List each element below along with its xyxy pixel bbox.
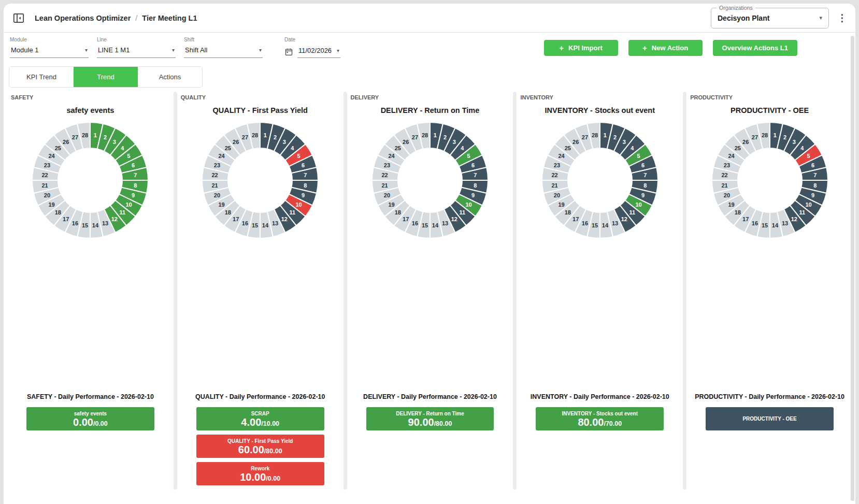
daily-performance-panel: INVENTORY - Daily Performance - 2026-02-… [517,391,682,430]
kpi-card[interactable]: QUALITY - First Pass Yield60.00/80.00 [196,435,324,458]
new-action-button[interactable]: + New Action [628,40,703,56]
calendar-icon[interactable] [284,47,293,56]
kpi-card-value: 0.00/0.00 [73,417,108,427]
plus-icon: + [559,44,564,52]
kpi-card[interactable]: DELIVERY - Return on Time90.00/80.00 [366,407,494,430]
view-tabs: KPI Trend Trend Actions [9,66,203,88]
date-filter-label: Date [284,37,362,42]
donut-chart: 1234567891011121314151617181920212223242… [197,117,323,243]
kpi-card[interactable]: SCRAP4.00/10.00 [196,407,324,430]
kpi-card-label: DELIVERY - Return on Time [396,411,464,416]
trend-chart-area: QUALITY - First Pass Yield 1234567891011… [178,103,343,391]
daily-performance-panel: PRODUCTIVITY - Daily Performance - 2026-… [687,391,852,430]
column-scrollbar[interactable] [343,92,347,489]
dropdown-caret-icon: ▾ [259,47,262,53]
filter-bar: Module Module 1 ▾ Line LINE 1 M1 ▾ Shift… [4,33,855,63]
chart-title: PRODUCTIVITY - OEE [687,103,852,114]
daily-performance-panel: QUALITY - Daily Performance - 2026-02-10… [178,391,343,485]
daily-performance-title: PRODUCTIVITY - Daily Performance - 2026-… [687,391,852,407]
column-scrollbar[interactable] [174,92,177,489]
kpi-cards: safety events0.00/0.00 [8,407,173,430]
daily-performance-title: INVENTORY - Daily Performance - 2026-02-… [517,391,682,407]
kebab-menu-icon[interactable]: ⋮ [837,13,847,23]
kpi-card-label: SCRAP [251,411,269,416]
panel-title: SAFETY [8,91,173,103]
trend-chart-area: safety events 12345678910111213141516171… [8,103,173,391]
kpi-cards: INVENTORY - Stocks out event80.00/70.00 [517,407,682,430]
daily-performance-title: DELIVERY - Daily Performance - 2026-02-1… [348,391,513,407]
vertical-scrollbar[interactable] [851,36,854,501]
trend-chart-area: INVENTORY - Stocks out event 12345678910… [517,103,682,391]
kpi-card-value: 80.00/70.00 [578,417,622,427]
kpi-cards: DELIVERY - Return on Time90.00/80.00 [348,407,513,430]
kpi-cards: PRODUCTIVITY - OEE [687,407,852,430]
tab-trend[interactable]: Trend [74,67,138,87]
panel-title: QUALITY [178,91,343,103]
column-scrollbar[interactable] [683,92,686,489]
line-filter-value: LINE 1 M1 [98,46,130,54]
kpi-card[interactable]: safety events0.00/0.00 [26,407,154,430]
donut-chart: 1234567891011121314151617181920212223242… [367,117,493,243]
trend-chart-area: PRODUCTIVITY - OEE 123456789101112131415… [687,103,852,391]
donut-chart: 1234567891011121314151617181920212223242… [537,117,663,243]
kpi-card[interactable]: Rework10.00/0.00 [196,462,324,485]
overview-actions-button[interactable]: Overview Actions L1 [713,40,797,56]
shift-filter-value: Shift All [185,46,207,54]
shift-filter-label: Shift [184,37,263,42]
shift-filter[interactable]: Shift Shift All ▾ [184,37,263,58]
kpi-cards: SCRAP4.00/10.00QUALITY - First Pass Yiel… [178,407,343,485]
line-filter-label: Line [97,37,176,42]
breadcrumb-page-title: Tier Meeting L1 [142,14,197,22]
kpi-card-label: INVENTORY - Stocks out event [562,411,638,416]
tab-actions[interactable]: Actions [138,67,202,87]
kpi-import-button[interactable]: + KPI Import [544,40,618,56]
column-scrollbar[interactable] [513,92,517,489]
kpi-card-value: 60.00/80.00 [238,444,282,455]
kpi-card[interactable]: INVENTORY - Stocks out event80.00/70.00 [536,407,664,430]
kpi-card-label: QUALITY - First Pass Yield [227,438,293,444]
plus-icon: + [642,44,647,52]
breadcrumb-app-title[interactable]: Lean Operations Optimizer [35,14,131,22]
organizations-select[interactable]: Organizations Decisyon Plant ▾ [711,8,829,28]
kpi-column: INVENTORY INVENTORY - Stocks out event 1… [517,91,682,489]
sidebar-toggle-icon[interactable] [12,11,25,25]
daily-performance-panel: SAFETY - Daily Performance - 2026-02-10 … [8,391,173,430]
chart-title: safety events [8,103,173,114]
kpi-card-value: 90.00/80.00 [408,417,452,427]
chart-title: DELIVERY - Return on Time [348,103,513,114]
dropdown-caret-icon: ▾ [819,15,822,21]
action-buttons: + KPI Import + New Action Overview Actio… [544,40,797,56]
kpi-column: SAFETY safety events 1234567891011121314… [8,91,173,489]
chart-title: INVENTORY - Stocks out event [517,103,682,114]
line-filter[interactable]: Line LINE 1 M1 ▾ [97,37,176,58]
kpi-card-label: safety events [74,411,107,416]
panel-title: DELIVERY [348,91,513,103]
breadcrumb-separator: / [135,14,137,22]
kpi-card[interactable]: PRODUCTIVITY - OEE [706,407,834,430]
date-filter[interactable]: Date 11/02/2026 ▾ [284,37,362,58]
module-filter-value: Module 1 [11,46,38,54]
kpi-card-value: 4.00/10.00 [241,417,279,427]
donut-chart: 1234567891011121314151617181920212223242… [707,117,833,243]
kpi-card-label: PRODUCTIVITY - OEE [742,416,796,422]
organizations-label: Organizations [717,5,755,11]
dropdown-caret-icon: ▾ [337,48,339,53]
kpi-card-value: 10.00/0.00 [240,472,280,482]
daily-performance-title: QUALITY - Daily Performance - 2026-02-10 [178,391,343,407]
kpi-column: DELIVERY DELIVERY - Return on Time 12345… [348,91,513,489]
kpi-card-label: Rework [251,466,269,471]
date-filter-value: 11/02/2026 [298,47,332,54]
app-header: Lean Operations Optimizer / Tier Meeting… [4,4,855,33]
panel-title: INVENTORY [517,91,682,103]
kpi-board: SAFETY safety events 1234567891011121314… [4,91,855,489]
donut-chart: 1234567891011121314151617181920212223242… [27,117,153,243]
kpi-column: QUALITY QUALITY - First Pass Yield 12345… [178,91,343,489]
kpi-column: PRODUCTIVITY PRODUCTIVITY - OEE 12345678… [687,91,852,489]
module-filter-label: Module [10,37,89,42]
tab-kpi-trend[interactable]: KPI Trend [9,67,74,87]
module-filter[interactable]: Module Module 1 ▾ [10,37,89,58]
daily-performance-title: SAFETY - Daily Performance - 2026-02-10 [8,391,173,407]
dropdown-caret-icon: ▾ [85,47,88,53]
breadcrumb: Lean Operations Optimizer / Tier Meeting… [35,14,197,22]
organizations-value: Decisyon Plant [718,14,769,22]
